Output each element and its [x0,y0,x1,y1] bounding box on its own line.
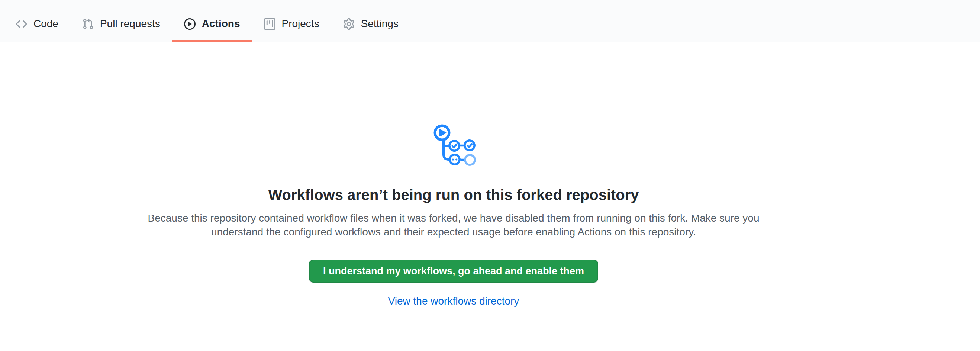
tab-pull-requests[interactable]: Pull requests [70,6,172,42]
tab-label: Settings [361,19,399,29]
repo-tab-nav: Code Pull requests Actions Projects Sett… [0,0,980,42]
tab-code[interactable]: Code [4,6,70,42]
empty-state-description: Because this repository contained workfl… [141,211,766,239]
enable-workflows-button[interactable]: I understand my workflows, go ahead and … [309,259,598,283]
tab-settings[interactable]: Settings [331,6,410,42]
code-icon [16,18,27,30]
tab-label: Projects [282,19,319,29]
tab-projects[interactable]: Projects [252,6,331,42]
project-icon [264,18,275,30]
actions-empty-state: Workflows aren’t being run on this forke… [0,42,907,307]
git-pull-request-icon [82,18,94,30]
tab-label: Actions [202,19,240,29]
workflows-directory-link[interactable]: View the workflows directory [388,295,519,307]
empty-state-title: Workflows aren’t being run on this forke… [0,186,907,204]
tab-label: Code [33,19,58,29]
tab-actions[interactable]: Actions [172,6,252,42]
tab-label: Pull requests [100,19,160,29]
workflow-graph-icon [431,122,476,167]
active-tab-indicator [172,40,252,42]
gear-icon [343,18,355,30]
workflows-link-container: View the workflows directory [0,295,907,307]
play-icon [184,18,196,30]
enable-button-container: I understand my workflows, go ahead and … [0,259,907,283]
